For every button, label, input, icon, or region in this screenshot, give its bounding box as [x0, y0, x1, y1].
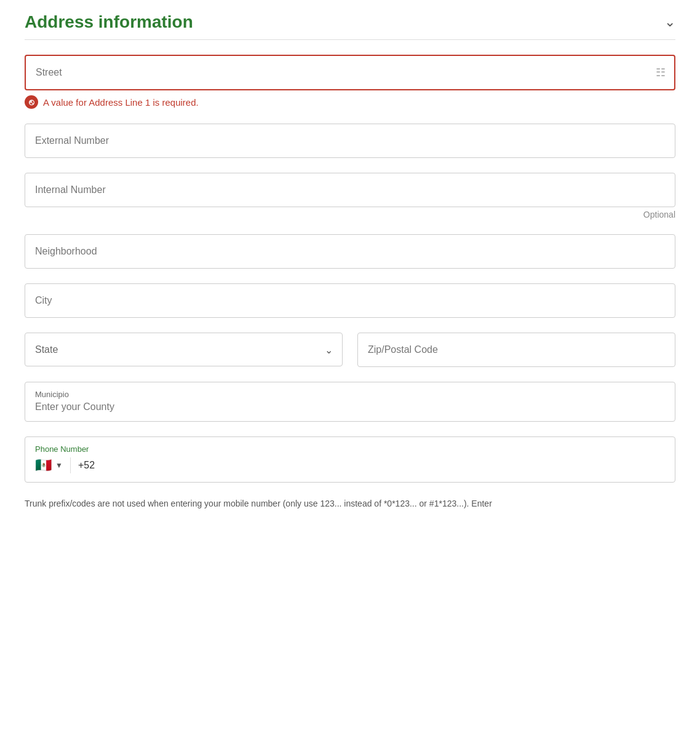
- street-wrapper: ☷: [25, 55, 675, 90]
- external-number-input[interactable]: [25, 124, 675, 158]
- street-input[interactable]: [25, 55, 675, 90]
- list-icon: ☷: [656, 66, 666, 79]
- state-group: State ⌄: [25, 333, 343, 367]
- city-input[interactable]: [25, 283, 675, 318]
- phone-input-row: 🇲🇽 ▼ +52: [35, 457, 665, 473]
- flag-icon: 🇲🇽: [35, 457, 52, 473]
- section-header: Address information ⌄: [25, 12, 675, 40]
- error-icon: ⎋: [25, 95, 38, 109]
- neighborhood-input[interactable]: [25, 234, 675, 269]
- street-error: ⎋ A value for Address Line 1 is required…: [25, 95, 675, 109]
- zip-group: [357, 333, 675, 367]
- municipio-group: Municipio: [25, 382, 675, 422]
- phone-country-code: +52: [78, 460, 95, 471]
- state-select[interactable]: State: [25, 333, 343, 366]
- municipio-input[interactable]: [35, 401, 665, 412]
- state-zip-row: State ⌄: [25, 333, 675, 382]
- internal-number-input[interactable]: [25, 173, 675, 207]
- footer-note: Trunk prefix/codes are not used when ent…: [25, 497, 675, 510]
- section-title: Address information: [25, 12, 193, 32]
- flag-selector[interactable]: 🇲🇽 ▼: [35, 457, 71, 473]
- phone-input[interactable]: [102, 460, 665, 471]
- municipio-label: Municipio: [35, 390, 665, 399]
- collapse-button[interactable]: ⌄: [664, 14, 675, 30]
- city-group: [25, 283, 675, 318]
- internal-number-group: Optional: [25, 173, 675, 219]
- state-select-wrapper: State ⌄: [25, 333, 343, 366]
- zip-input[interactable]: [357, 333, 675, 367]
- error-text: A value for Address Line 1 is required.: [43, 97, 199, 108]
- flag-chevron-icon: ▼: [55, 461, 63, 470]
- phone-group: Phone Number 🇲🇽 ▼ +52: [25, 436, 675, 483]
- phone-label: Phone Number: [35, 444, 665, 454]
- street-group: ☷ ⎋ A value for Address Line 1 is requir…: [25, 55, 675, 109]
- optional-label: Optional: [25, 210, 675, 219]
- neighborhood-group: [25, 234, 675, 269]
- external-number-group: [25, 124, 675, 158]
